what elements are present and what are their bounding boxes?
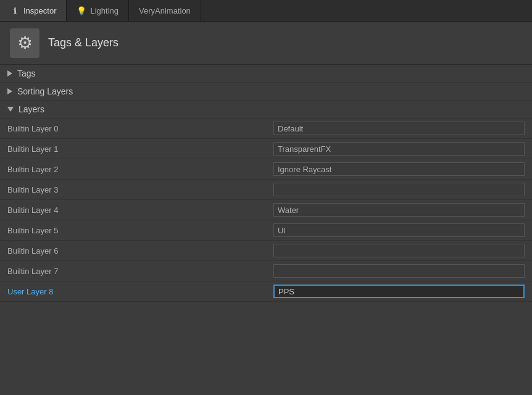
layer-name-cell: Builtin Layer 2 bbox=[0, 159, 266, 180]
tab-lighting-label: Lighting bbox=[90, 6, 118, 15]
tab-veryanimation-label: VeryAnimation bbox=[139, 6, 191, 15]
layer-value-cell bbox=[266, 159, 532, 180]
table-row: Builtin Layer 6 bbox=[0, 241, 532, 261]
panel-title: Tags & Layers bbox=[48, 36, 118, 49]
tab-lighting[interactable]: 💡 Lighting bbox=[67, 0, 129, 21]
tab-inspector-label: Inspector bbox=[23, 6, 56, 15]
table-row: Builtin Layer 1 bbox=[0, 139, 532, 159]
table-row: Builtin Layer 4 bbox=[0, 200, 532, 220]
layers-section-header[interactable]: Layers bbox=[0, 101, 532, 118]
table-row: User Layer 8 bbox=[0, 281, 532, 302]
layer-name-cell: Builtin Layer 4 bbox=[0, 200, 266, 220]
tags-section-header[interactable]: Tags bbox=[0, 65, 532, 83]
layer-value-cell bbox=[266, 261, 532, 281]
layer-value-cell bbox=[266, 139, 532, 159]
table-row: Builtin Layer 2 bbox=[0, 159, 532, 180]
user-layer-name-cell: User Layer 8 bbox=[0, 281, 266, 302]
table-row: Builtin Layer 5 bbox=[0, 220, 532, 241]
sorting-layers-collapse-icon bbox=[7, 88, 12, 94]
lighting-icon: 💡 bbox=[77, 6, 86, 15]
layer-value-cell bbox=[266, 241, 532, 261]
layer-value-input[interactable] bbox=[273, 142, 525, 156]
layer-value-input[interactable] bbox=[273, 203, 525, 217]
layer-name-cell: Builtin Layer 1 bbox=[0, 139, 266, 159]
table-row: Builtin Layer 3 bbox=[0, 180, 532, 200]
tab-veryanimation[interactable]: VeryAnimation bbox=[129, 0, 201, 21]
layer-value-input[interactable] bbox=[273, 244, 525, 257]
tags-collapse-icon bbox=[7, 70, 12, 77]
layers-content: Builtin Layer 0Builtin Layer 1Builtin La… bbox=[0, 118, 532, 302]
table-row: Builtin Layer 0 bbox=[0, 118, 532, 139]
sorting-layers-section-header[interactable]: Sorting Layers bbox=[0, 83, 532, 101]
layer-name-cell: Builtin Layer 3 bbox=[0, 180, 266, 200]
layer-value-input[interactable] bbox=[273, 122, 525, 135]
layer-name-cell: Builtin Layer 0 bbox=[0, 118, 266, 139]
layer-value-input[interactable] bbox=[273, 264, 525, 278]
layer-name-cell: Builtin Layer 6 bbox=[0, 241, 266, 261]
settings-icon: ⚙ bbox=[10, 28, 39, 58]
inspector-icon: ℹ bbox=[10, 6, 20, 15]
layers-label: Layers bbox=[19, 104, 44, 114]
layer-value-cell bbox=[266, 220, 532, 241]
content-area: Tags Sorting Layers Layers Builtin Layer… bbox=[0, 65, 532, 302]
layer-name-cell: Builtin Layer 7 bbox=[0, 261, 266, 281]
layer-value-cell bbox=[266, 118, 532, 139]
tab-inspector[interactable]: ℹ Inspector bbox=[0, 0, 67, 21]
layer-name-cell: Builtin Layer 5 bbox=[0, 220, 266, 241]
user-layer-value-input[interactable] bbox=[273, 285, 525, 298]
layer-value-input[interactable] bbox=[273, 223, 525, 237]
table-row: Builtin Layer 7 bbox=[0, 261, 532, 281]
sorting-layers-label: Sorting Layers bbox=[17, 86, 73, 96]
layer-value-input[interactable] bbox=[273, 183, 525, 196]
layers-table: Builtin Layer 0Builtin Layer 1Builtin La… bbox=[0, 118, 532, 302]
layer-value-cell bbox=[266, 200, 532, 220]
tab-bar: ℹ Inspector 💡 Lighting VeryAnimation bbox=[0, 0, 532, 22]
tags-label: Tags bbox=[17, 69, 36, 78]
layer-value-cell bbox=[266, 180, 532, 200]
layers-collapse-icon bbox=[7, 107, 14, 112]
user-layer-value-cell bbox=[266, 281, 532, 302]
layer-value-input[interactable] bbox=[273, 162, 525, 176]
panel-header: ⚙ Tags & Layers bbox=[0, 22, 532, 65]
